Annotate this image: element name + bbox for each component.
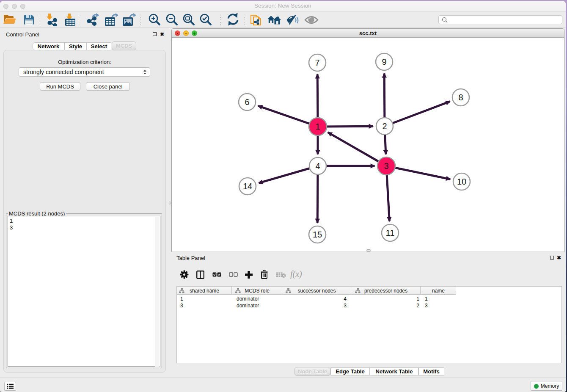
svg-text:1: 1 xyxy=(315,122,320,131)
svg-text:8: 8 xyxy=(458,93,463,102)
svg-text:9: 9 xyxy=(382,57,386,66)
svg-text:10: 10 xyxy=(457,177,466,186)
svg-text:3: 3 xyxy=(384,161,388,171)
svg-text:6: 6 xyxy=(245,97,249,107)
svg-text:7: 7 xyxy=(315,58,319,67)
svg-text:14: 14 xyxy=(243,182,252,191)
svg-text:15: 15 xyxy=(313,230,322,239)
svg-text:4: 4 xyxy=(315,161,320,171)
svg-text:11: 11 xyxy=(386,228,395,237)
svg-text:2: 2 xyxy=(382,121,387,131)
